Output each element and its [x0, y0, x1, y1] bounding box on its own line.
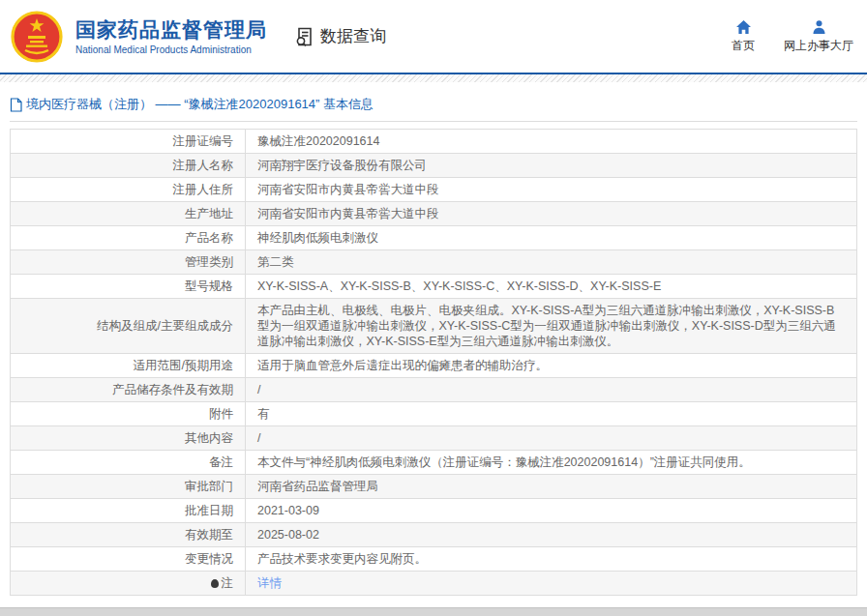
home-icon [735, 19, 752, 35]
main-content: 境内医疗器械（注册） —— “豫械注准20202091614” 基本信息 注册证… [0, 82, 867, 596]
document-icon [10, 98, 22, 112]
nav-home-label: 首页 [732, 38, 755, 54]
row-label: 注册人住所 [11, 178, 246, 202]
row-label: 注 [11, 572, 246, 596]
table-row: 型号规格XY-K-SISS-A、XY-K-SISS-B、XY-K-SISS-C、… [11, 275, 857, 299]
row-label: 注册人名称 [11, 154, 246, 178]
table-row: 适用范围/预期用途适用于脑血管意外后遗症出现的偏瘫患者的辅助治疗。 [11, 354, 857, 378]
document-search-icon [294, 26, 315, 47]
data-query-label: 数据查询 [320, 25, 386, 47]
row-label: 其他内容 [11, 426, 246, 451]
row-value: 第二类 [246, 250, 857, 275]
table-row: 产品名称神经肌肉低频电刺激仪 [11, 226, 857, 250]
row-label: 有效期至 [11, 523, 246, 547]
table-row: 备注本文件与“神经肌肉低频电刺激仪（注册证编号：豫械注准20202091614）… [11, 451, 857, 475]
row-label: 审批部门 [11, 475, 246, 499]
site-title: 国家药品监督管理局 [75, 17, 267, 43]
row-label: 型号规格 [11, 275, 246, 299]
info-table-body: 注册证编号豫械注准20202091614注册人名称河南翔宇医疗设备股份有限公司注… [11, 130, 857, 596]
note-pin-icon [211, 579, 219, 588]
breadcrumb-separator [10, 121, 857, 122]
breadcrumb-text: 境内医疗器械（注册） —— “豫械注准20202091614” 基本信息 [26, 96, 374, 113]
row-label: 管理类别 [11, 250, 246, 275]
table-row: 注册人住所河南省安阳市内黄县帝喾大道中段 [11, 178, 857, 202]
hatch-strip [0, 74, 867, 82]
detail-link[interactable]: 详情 [257, 576, 282, 590]
row-value: 适用于脑血管意外后遗症出现的偏瘫患者的辅助治疗。 [246, 354, 857, 378]
table-row: 有效期至2025-08-02 [11, 523, 857, 547]
row-label: 批准日期 [11, 499, 246, 523]
row-label: 产品名称 [11, 226, 246, 250]
row-value: 本产品由主机、电极线、电极片、电极夹组成。XY-K-SISS-A型为三组六通道脉… [246, 299, 857, 354]
breadcrumb: 境内医疗器械（注册） —— “豫械注准20202091614” 基本信息 [10, 82, 857, 113]
row-value: 河南翔宇医疗设备股份有限公司 [246, 154, 857, 178]
info-table: 注册证编号豫械注准20202091614注册人名称河南翔宇医疗设备股份有限公司注… [10, 129, 857, 596]
nav-home[interactable]: 首页 [732, 19, 755, 54]
row-value: 河南省药品监督管理局 [246, 475, 857, 499]
user-icon [811, 19, 827, 35]
row-value: / [246, 378, 857, 402]
table-row: 附件有 [11, 402, 857, 426]
data-query-section[interactable]: 数据查询 [294, 25, 386, 47]
row-value: 产品技术要求变更内容见附页。 [246, 547, 857, 572]
nav-online-hall[interactable]: 网上办事大厅 [784, 19, 853, 54]
row-label: 生产地址 [11, 202, 246, 226]
site-header: 国家药品监督管理局 National Medical Products Admi… [0, 0, 867, 73]
footer-strip [0, 607, 867, 616]
row-value: 神经肌肉低频电刺激仪 [246, 226, 857, 250]
title-block: 国家药品监督管理局 National Medical Products Admi… [75, 17, 267, 55]
row-label: 结构及组成/主要组成成分 [11, 299, 246, 354]
row-value: 河南省安阳市内黄县帝喾大道中段 [246, 178, 857, 202]
row-value: 本文件与“神经肌肉低频电刺激仪（注册证编号：豫械注准20202091614）”注… [246, 451, 857, 475]
row-label: 产品储存条件及有效期 [11, 378, 246, 402]
row-value: 有 [246, 402, 857, 426]
table-row: 注册证编号豫械注准20202091614 [11, 130, 857, 154]
page: 国家药品监督管理局 National Medical Products Admi… [0, 0, 867, 616]
row-value: 豫械注准20202091614 [246, 130, 857, 154]
row-value: 详情 [246, 572, 857, 596]
row-value: XY-K-SISS-A、XY-K-SISS-B、XY-K-SISS-C、XY-K… [246, 275, 857, 299]
table-row: 注册人名称河南翔宇医疗设备股份有限公司 [11, 154, 857, 178]
table-row: 结构及组成/主要组成成分本产品由主机、电极线、电极片、电极夹组成。XY-K-SI… [11, 299, 857, 354]
nav-online-hall-label: 网上办事大厅 [784, 38, 853, 54]
row-label: 备注 [11, 451, 246, 475]
row-label: 附件 [11, 402, 246, 426]
table-row: 其他内容/ [11, 426, 857, 451]
row-value: / [246, 426, 857, 451]
table-row: 产品储存条件及有效期/ [11, 378, 857, 402]
row-label: 注册证编号 [11, 130, 246, 154]
header-nav: 首页 网上办事大厅 [732, 19, 853, 54]
table-row: 审批部门河南省药品监督管理局 [11, 475, 857, 499]
table-row: 管理类别第二类 [11, 250, 857, 275]
row-label: 适用范围/预期用途 [11, 354, 246, 378]
row-label: 变更情况 [11, 547, 246, 572]
national-emblem-icon [10, 10, 64, 64]
table-row: 批准日期2021-03-09 [11, 499, 857, 523]
table-row: 生产地址河南省安阳市内黄县帝喾大道中段 [11, 202, 857, 226]
table-row: 变更情况产品技术要求变更内容见附页。 [11, 547, 857, 572]
row-value: 河南省安阳市内黄县帝喾大道中段 [246, 202, 857, 226]
site-subtitle: National Medical Products Administration [75, 44, 267, 55]
table-row: 注详情 [11, 572, 857, 596]
row-value: 2025-08-02 [246, 523, 857, 547]
row-value: 2021-03-09 [246, 499, 857, 523]
